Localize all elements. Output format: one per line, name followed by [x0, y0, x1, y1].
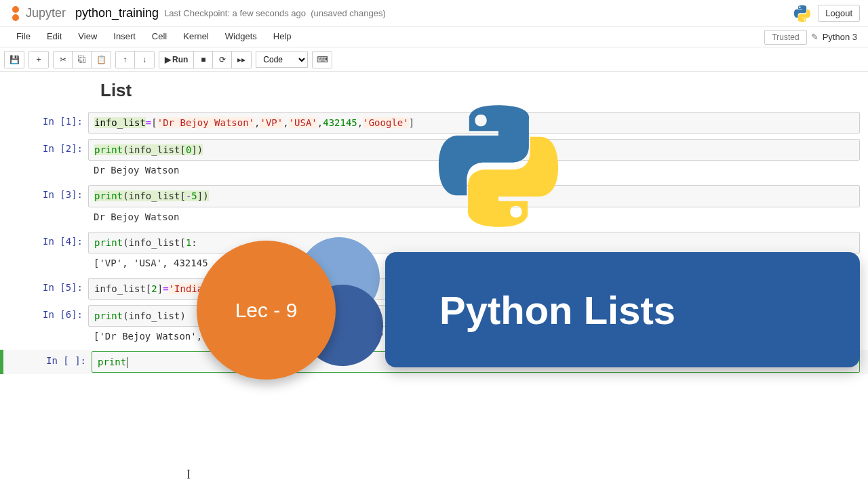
cell-input[interactable]: print(info_list[0]) [88, 139, 860, 161]
notebook-header: Jupyter python_training Last Checkpoint:… [0, 0, 868, 27]
cell-input[interactable]: print(info_list) [88, 305, 860, 327]
jupyter-logo[interactable]: Jupyter [8, 6, 66, 21]
paste-button[interactable]: 📋 [92, 52, 111, 68]
run-button[interactable]: ▶ Run [159, 52, 194, 68]
code-cell-6[interactable]: In [6]: print(info_list) ['Dr Bejoy Wats… [0, 304, 868, 347]
code-cell-2[interactable]: In [2]: print(info_list[0]) Dr Bejoy Wat… [0, 138, 868, 181]
toolbar: 💾 + ✂ ⿻ 📋 ↑ ↓ ▶ Run ■ ⟳ ▸▸ Code ⌨ [0, 47, 868, 72]
kernel-indicator: Python 3 [823, 32, 860, 42]
interrupt-button[interactable]: ■ [194, 52, 213, 68]
menu-insert[interactable]: Insert [105, 27, 144, 47]
code-cell-5[interactable]: In [5]: info_list[2]='India' [0, 277, 868, 301]
code-cell-1[interactable]: In [1]: info_list=['Dr Bejoy Watson','VP… [0, 110, 868, 135]
code-cell-3[interactable]: In [3]: print(info_list[-5]) Dr Bejoy Wa… [0, 184, 868, 227]
cell-prompt: In [4]: [0, 232, 88, 272]
menu-help[interactable]: Help [265, 27, 300, 47]
cell-input[interactable]: info_list[2]='India' [88, 278, 860, 300]
cell-prompt: In [ ]: [3, 351, 92, 373]
command-palette-button[interactable]: ⌨ [313, 52, 332, 68]
copy-button[interactable]: ⿻ [73, 52, 92, 68]
notebook-area: List In [1]: info_list=['Dr Bejoy Watson… [0, 72, 868, 374]
restart-button[interactable]: ⟳ [213, 52, 232, 68]
cell-input[interactable]: print(info_list[1: [88, 232, 860, 253]
jupyter-icon [8, 6, 23, 21]
menubar: File Edit View Insert Cell Kernel Widget… [0, 27, 868, 47]
cell-output: ['VP', 'USA', 432145 [88, 253, 860, 272]
cell-prompt: In [2]: [0, 139, 88, 180]
text-caret-icon [127, 357, 127, 368]
menu-edit[interactable]: Edit [39, 27, 70, 47]
cell-output: Dr Bejoy Watson [88, 207, 860, 226]
cell-prompt: In [3]: [0, 185, 88, 226]
heading-list: List [100, 80, 860, 101]
notebook-name[interactable]: python_training [75, 6, 159, 20]
menu-cell[interactable]: Cell [144, 27, 175, 47]
trusted-indicator[interactable]: Trusted [764, 30, 806, 45]
cell-input[interactable]: info_list=['Dr Bejoy Watson','VP','USA',… [88, 112, 860, 134]
python-icon [793, 5, 811, 22]
cell-prompt: In [1]: [0, 112, 88, 134]
header-right: Logout [793, 5, 860, 22]
cell-prompt: In [5]: [0, 278, 88, 300]
cell-prompt: In [6]: [0, 305, 88, 346]
menu-view[interactable]: View [70, 27, 105, 47]
menu-widgets[interactable]: Widgets [217, 27, 265, 47]
add-cell-button[interactable]: + [29, 52, 48, 68]
move-down-button[interactable]: ↓ [135, 52, 154, 68]
mouse-text-cursor-icon: I [186, 468, 191, 482]
logo-text: Jupyter [26, 6, 66, 20]
save-button[interactable]: 💾 [5, 52, 24, 68]
menu-kernel[interactable]: Kernel [175, 27, 217, 47]
menu-file[interactable]: File [8, 27, 39, 47]
cell-input[interactable]: print [92, 351, 860, 373]
logout-button[interactable]: Logout [818, 5, 860, 22]
code-cell-7[interactable]: In [ ]: print [0, 350, 868, 374]
cell-output: Dr Bejoy Watson [88, 161, 860, 180]
code-cell-4[interactable]: In [4]: print(info_list[1: ['VP', 'USA',… [0, 230, 868, 274]
checkpoint-text: Last Checkpoint: a few seconds ago (unsa… [164, 8, 386, 18]
markdown-cell-heading[interactable]: List [0, 77, 868, 108]
pencil-icon[interactable]: ✎ [807, 32, 823, 42]
cell-output: ['Dr Bejoy Watson', 'VP', 'India', 43214… [88, 327, 860, 346]
cell-input[interactable]: print(info_list[-5]) [88, 185, 860, 207]
restart-run-all-button[interactable]: ▸▸ [232, 52, 251, 68]
cut-button[interactable]: ✂ [54, 52, 73, 68]
cell-type-select[interactable]: Code [256, 52, 308, 68]
move-up-button[interactable]: ↑ [116, 52, 135, 68]
